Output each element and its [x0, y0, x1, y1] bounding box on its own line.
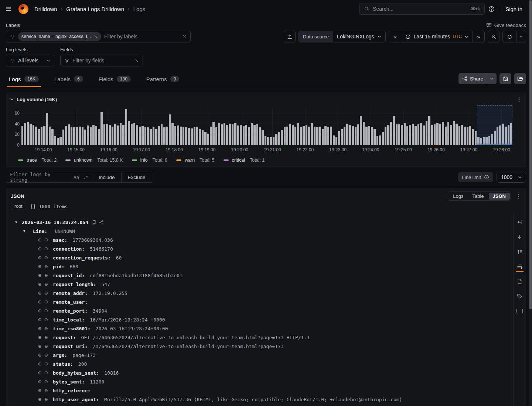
volume-bar[interactable]	[73, 127, 75, 145]
volume-bar[interactable]	[183, 127, 184, 145]
filter-out-value-icon[interactable]: ⊖	[44, 255, 48, 261]
volume-bar[interactable]	[426, 121, 427, 145]
json-key[interactable]: status:	[53, 361, 73, 367]
view-option-table[interactable]: Table	[468, 193, 488, 200]
volume-bar[interactable]	[442, 122, 444, 145]
scroll-to-bottom-icon[interactable]	[516, 234, 524, 240]
time-shift-forward-button[interactable]: »	[473, 31, 484, 42]
include-button[interactable]: Include	[92, 172, 122, 183]
log-string-filter-input[interactable]: Filter logs by string Aa .*	[6, 172, 92, 183]
volume-bar[interactable]	[243, 126, 245, 145]
volume-bar[interactable]	[207, 134, 209, 145]
tab-logs[interactable]: Logs16K	[7, 73, 41, 87]
volume-bar[interactable]	[450, 125, 452, 145]
volume-bar[interactable]	[322, 129, 324, 145]
volume-bar[interactable]	[155, 129, 157, 145]
json-key[interactable]: remote_addr:	[53, 290, 88, 296]
volume-bar[interactable]	[109, 125, 111, 145]
volume-bar[interactable]	[420, 123, 422, 145]
filter-for-value-icon[interactable]: ⊕	[38, 255, 41, 261]
filter-for-value-icon[interactable]: ⊕	[38, 397, 41, 402]
json-key[interactable]: time_local:	[53, 317, 85, 323]
filter-for-value-icon[interactable]: ⊕	[38, 326, 41, 331]
volume-bar[interactable]	[273, 137, 274, 145]
copy-icon[interactable]	[91, 220, 96, 225]
fields-filter-input[interactable]: Filter by fields	[60, 55, 143, 66]
give-feedback-link[interactable]: Give feedback	[486, 23, 526, 28]
volume-bar[interactable]	[436, 123, 438, 145]
volume-bar[interactable]	[57, 138, 59, 145]
legend-series-name[interactable]: trace	[27, 158, 37, 163]
volume-bar[interactable]	[303, 126, 304, 145]
volume-bar[interactable]	[234, 123, 236, 145]
volume-bar[interactable]	[122, 125, 124, 145]
json-key[interactable]: args:	[53, 352, 67, 358]
volume-bar[interactable]	[87, 125, 89, 145]
json-key[interactable]: remote_port:	[53, 308, 88, 314]
volume-bar[interactable]	[256, 124, 258, 145]
filter-out-value-icon[interactable]: ⊖	[44, 326, 48, 331]
volume-bar[interactable]	[54, 136, 56, 145]
volume-bar[interactable]	[128, 121, 130, 145]
volume-bar[interactable]	[379, 135, 381, 145]
volume-bar[interactable]	[33, 125, 34, 145]
filter-out-value-icon[interactable]: ⊖	[44, 273, 48, 278]
volume-bar[interactable]	[338, 131, 340, 145]
volume-bar[interactable]	[150, 129, 151, 145]
view-option-json[interactable]: JSON	[489, 193, 510, 200]
json-key[interactable]: time_iso8601:	[53, 326, 91, 331]
json-key[interactable]: bytes_sent:	[53, 379, 85, 385]
volume-bar[interactable]	[434, 124, 436, 145]
volume-bar[interactable]	[120, 123, 122, 145]
volume-bar[interactable]	[306, 125, 307, 145]
volume-bar[interactable]	[365, 127, 367, 145]
volume-bar[interactable]	[65, 126, 67, 145]
legend-series-name[interactable]: info	[140, 158, 148, 163]
breadcrumb-item[interactable]: Grafana Logs Drilldown	[66, 6, 124, 12]
volume-bar[interactable]	[412, 124, 414, 145]
breadcrumb-item[interactable]: Logs	[133, 6, 146, 12]
filter-for-value-icon[interactable]: ⊕	[38, 335, 41, 340]
volume-bar[interactable]	[363, 122, 365, 145]
volume-bar[interactable]	[458, 126, 460, 145]
volume-bar[interactable]	[284, 127, 286, 145]
filter-out-value-icon[interactable]: ⊖	[44, 379, 48, 385]
page-scrollbar[interactable]	[529, 0, 532, 406]
volume-bar[interactable]	[324, 126, 326, 145]
volume-bar[interactable]	[106, 124, 108, 145]
json-key[interactable]: connection:	[53, 246, 85, 252]
volume-bar[interactable]	[275, 134, 277, 145]
volume-bar[interactable]	[349, 125, 351, 145]
share-button[interactable]: Share	[458, 73, 487, 84]
line-limit-select[interactable]: 1000	[497, 172, 526, 183]
refresh-button[interactable]	[503, 31, 516, 42]
volume-bar[interactable]	[226, 125, 228, 145]
json-key[interactable]: request_id:	[53, 273, 85, 278]
json-key[interactable]: request_uri:	[53, 344, 88, 349]
time-range-picker[interactable]: Last 15 minutes UTC	[401, 31, 473, 42]
volume-bar[interactable]	[415, 126, 416, 145]
volume-bar[interactable]	[297, 123, 299, 145]
filter-for-value-icon[interactable]: ⊕	[38, 290, 41, 296]
volume-bar[interactable]	[38, 129, 40, 145]
fields-clear-icon[interactable]	[135, 59, 139, 63]
volume-bar[interactable]	[229, 124, 231, 145]
volume-bar[interactable]	[385, 127, 386, 145]
volume-bar[interactable]	[221, 124, 223, 145]
json-key[interactable]: connection_requests:	[53, 255, 111, 261]
grafana-logo[interactable]	[18, 4, 28, 14]
volume-bar[interactable]	[423, 125, 424, 145]
volume-bar[interactable]	[71, 127, 72, 145]
volume-bar[interactable]	[166, 127, 168, 145]
volume-bar[interactable]	[240, 125, 242, 145]
volume-bar[interactable]	[215, 127, 217, 145]
volume-bar[interactable]	[475, 131, 477, 145]
filter-for-value-icon[interactable]: ⊕	[38, 264, 41, 269]
volume-bar[interactable]	[139, 127, 141, 145]
volume-bar[interactable]	[131, 124, 133, 145]
volume-bar[interactable]	[35, 127, 37, 145]
volume-bar[interactable]	[360, 116, 362, 145]
volume-bar[interactable]	[21, 126, 23, 145]
volume-bar[interactable]	[294, 127, 296, 145]
filter-for-value-icon[interactable]: ⊕	[38, 308, 41, 314]
